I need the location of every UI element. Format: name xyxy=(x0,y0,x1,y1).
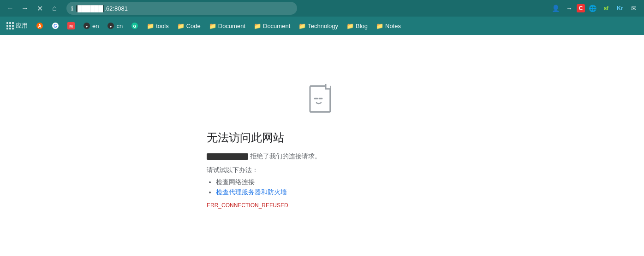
address-highlight: ██████ xyxy=(76,5,104,12)
toolbar-right: 👤 → C 🌐 sf Kr ✉ xyxy=(549,2,640,15)
github-cn-icon: ● xyxy=(107,22,114,29)
folder-blog-icon: 📁 xyxy=(346,22,354,29)
folder-study-icon: 📁 xyxy=(254,22,261,29)
bookmark-technology-label: Technology xyxy=(308,23,338,29)
suggestion-2-link[interactable]: 检查代理服务器和防火墙 xyxy=(216,188,287,196)
svg-text:G: G xyxy=(54,23,57,29)
error-content: 无法访问此网站 拒绝了我们的连接请求。 请试试以下办法： 检查网络连接 检查代理… xyxy=(207,130,437,209)
error-desc-suffix: 拒绝了我们的连接请求。 xyxy=(250,152,321,161)
red-c-icon[interactable]: C xyxy=(577,4,585,12)
bookmark-blog[interactable]: 📁 Blog xyxy=(343,20,371,31)
svg-text:●: ● xyxy=(110,24,112,29)
info-icon: ℹ xyxy=(71,5,73,12)
bookmark-study-label: Document xyxy=(263,23,290,29)
bookmark-study[interactable]: 📁 Document xyxy=(250,20,294,31)
address-text: ██████.62:8081 xyxy=(76,5,292,12)
address-bar[interactable]: ℹ ██████.62:8081 xyxy=(66,2,297,15)
bookmark-blog-label: Blog xyxy=(356,23,368,29)
bookmark-apps[interactable]: 应用 xyxy=(3,20,31,32)
profile-icon[interactable]: 👤 xyxy=(549,2,562,15)
apps-grid-icon xyxy=(6,22,14,29)
github-en-icon: ● xyxy=(83,22,90,29)
folder-code-icon: 📁 xyxy=(177,22,185,29)
folder-notes-icon: 📁 xyxy=(376,22,383,29)
folder-technology-icon: 📁 xyxy=(298,22,306,29)
svg-text:A: A xyxy=(38,23,41,29)
main-content: 无法访问此网站 拒绝了我们的连接请求。 请试试以下办法： 检查网络连接 检查代理… xyxy=(0,35,644,256)
bookmark-code[interactable]: 📁 Code xyxy=(173,20,204,31)
google-icon: G xyxy=(52,22,59,29)
error-code: ERR_CONNECTION_REFUSED xyxy=(207,202,437,209)
bookmark-google[interactable]: G xyxy=(48,20,63,31)
svg-text:●: ● xyxy=(86,24,88,29)
folder-document-icon: 📁 xyxy=(209,22,216,29)
suggestion-1-text: 检查网络连接 xyxy=(216,178,255,186)
error-description: 拒绝了我们的连接请求。 xyxy=(207,152,437,161)
bookmark-grammarly[interactable]: G xyxy=(127,20,142,31)
browser-chrome: ← → ✕ ⌂ ℹ ██████.62:8081 👤 → C 🌐 sf Kr ✉ xyxy=(0,0,644,35)
mail-icon[interactable]: ✉ xyxy=(627,2,640,15)
bookmark-github-en[interactable]: ● en xyxy=(79,20,102,31)
bookmark-gmail[interactable]: M xyxy=(64,20,78,31)
bookmark-tools-label: tools xyxy=(156,23,168,29)
svg-text:G: G xyxy=(133,24,137,29)
error-title: 无法访问此网站 xyxy=(207,130,437,145)
folder-tools-icon: 📁 xyxy=(147,22,154,29)
bookmark-apps-label: 应用 xyxy=(16,22,28,30)
avast-icon: A xyxy=(36,22,43,29)
bookmark-github-cn[interactable]: ● cn xyxy=(103,20,126,31)
home-icon: ⌂ xyxy=(52,4,57,12)
back-button[interactable]: ← xyxy=(4,2,17,15)
back-icon: ← xyxy=(6,4,14,12)
forward-icon: → xyxy=(21,4,29,12)
bookmark-document[interactable]: 📁 Document xyxy=(205,20,249,31)
bookmarks-bar: 应用 A G M xyxy=(0,17,644,35)
bookmark-github-cn-label: cn xyxy=(116,23,123,29)
grammarly-icon: G xyxy=(131,22,138,29)
error-page-icon xyxy=(305,82,339,116)
bookmark-document-label: Document xyxy=(218,23,245,29)
title-bar: ← → ✕ ⌂ ℹ ██████.62:8081 👤 → C 🌐 sf Kr ✉ xyxy=(0,0,644,17)
redacted-hostname xyxy=(207,153,248,160)
bookmark-notes-label: Notes xyxy=(385,23,401,29)
reload-button[interactable]: ✕ xyxy=(33,2,46,15)
error-suggestions: 检查网络连接 检查代理服务器和防火墙 xyxy=(207,178,437,197)
try-label: 请试试以下办法： xyxy=(207,166,437,175)
globe-icon[interactable]: 🌐 xyxy=(586,2,599,15)
suggestion-1: 检查网络连接 xyxy=(216,178,437,186)
bookmark-code-label: Code xyxy=(186,23,201,29)
bookmark-avast[interactable]: A xyxy=(32,20,47,31)
kr-icon[interactable]: Kr xyxy=(614,2,626,15)
reload-icon: ✕ xyxy=(37,4,43,13)
svg-text:M: M xyxy=(69,24,73,29)
suggestion-2: 检查代理服务器和防火墙 xyxy=(216,188,437,197)
bookmark-technology[interactable]: 📁 Technology xyxy=(295,20,342,31)
home-button[interactable]: ⌂ xyxy=(48,2,61,15)
arrow-icon[interactable]: → xyxy=(563,2,576,15)
bookmark-notes[interactable]: 📁 Notes xyxy=(372,20,405,31)
bookmark-github-en-label: en xyxy=(92,23,99,29)
forward-button[interactable]: → xyxy=(18,2,31,15)
gmail-icon: M xyxy=(67,22,75,29)
bookmark-tools[interactable]: 📁 tools xyxy=(143,20,172,31)
sf-icon[interactable]: sf xyxy=(600,2,613,15)
